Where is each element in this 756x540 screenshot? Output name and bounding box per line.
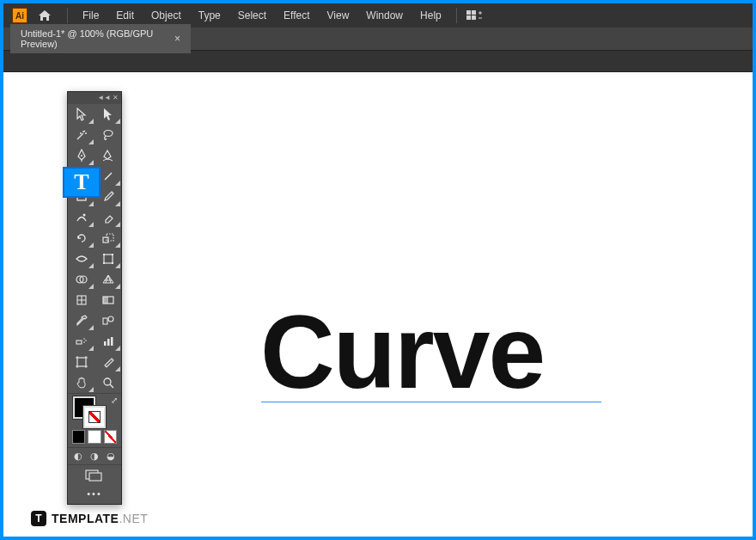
fill-stroke-control[interactable]: ⤢ (68, 394, 121, 428)
close-tab-button[interactable]: × (174, 34, 180, 44)
menu-effect[interactable]: Effect (276, 6, 317, 25)
draw-normal-icon[interactable]: ◐ (74, 451, 82, 462)
color-mode-row (68, 428, 121, 447)
document-tab-title: Untitled-1* @ 100% (RGB/GPU Preview) (21, 28, 166, 49)
slice-icon (101, 355, 115, 369)
svg-rect-1 (472, 10, 476, 15)
hand-tool[interactable] (68, 372, 94, 393)
tool-grid: ⤢ ◐ ◑ ◒ ••• (68, 104, 121, 504)
gradient-tool[interactable] (94, 290, 121, 310)
artboard-tool[interactable] (68, 352, 94, 372)
blend-tool[interactable] (94, 310, 121, 331)
svg-rect-34 (89, 473, 101, 481)
eraser-tool[interactable] (94, 207, 121, 228)
screen-mode-icon (85, 469, 104, 482)
color-mode-none[interactable] (104, 430, 117, 444)
curvature-tool[interactable] (94, 145, 121, 166)
menu-separator (67, 8, 68, 23)
perspective-grid-tool[interactable] (94, 269, 121, 290)
svg-point-26 (83, 341, 85, 343)
shaper-tool[interactable] (68, 207, 94, 228)
screen-mode-button[interactable] (68, 465, 121, 485)
width-icon (75, 252, 88, 266)
svg-rect-0 (466, 10, 471, 15)
gradient-icon (101, 293, 115, 307)
free-transform-icon (101, 252, 115, 266)
svg-rect-28 (107, 339, 110, 346)
zoom-tool[interactable] (94, 372, 121, 393)
watermark-tld: .NET (119, 512, 148, 525)
free-transform-tool[interactable] (94, 249, 121, 269)
stroke-swatch[interactable] (83, 406, 106, 428)
color-mode-solid[interactable] (72, 430, 85, 444)
svg-line-6 (105, 173, 112, 180)
tools-panel-header[interactable]: ◄◄ ✕ (68, 92, 121, 104)
svg-rect-12 (103, 254, 105, 255)
menu-help[interactable]: Help (412, 6, 449, 25)
menu-object[interactable]: Object (143, 6, 189, 25)
collapse-icon[interactable]: ◄◄ (97, 95, 111, 101)
artboard-icon (75, 355, 88, 369)
arrange-documents-button[interactable] (464, 7, 486, 24)
mesh-tool[interactable] (68, 290, 94, 310)
symbol-sprayer-tool[interactable] (68, 331, 94, 352)
svg-rect-11 (104, 255, 113, 263)
eyedropper-icon (75, 314, 88, 328)
graph-icon (101, 334, 115, 348)
watermark-brand: TEMPLATE (52, 512, 119, 525)
rotate-tool[interactable] (68, 228, 94, 249)
line-icon (102, 170, 114, 182)
edit-toolbar-button[interactable]: ••• (68, 485, 121, 504)
eyedropper-tool[interactable] (68, 310, 94, 331)
rotate-icon (75, 231, 88, 245)
menu-select[interactable]: Select (230, 6, 274, 25)
menu-edit[interactable]: Edit (108, 6, 142, 25)
svg-rect-21 (103, 318, 107, 324)
home-button[interactable] (36, 7, 53, 24)
svg-line-32 (110, 384, 113, 388)
magic-wand-icon (75, 128, 88, 142)
shape-builder-tool[interactable] (68, 269, 94, 290)
slice-tool[interactable] (94, 352, 121, 372)
direct-selection-tool[interactable] (94, 104, 121, 125)
svg-rect-13 (112, 254, 113, 255)
svg-rect-3 (472, 15, 476, 20)
scale-tool[interactable] (94, 228, 121, 249)
svg-point-22 (108, 316, 113, 322)
type-tool-highlight[interactable]: T (63, 167, 101, 198)
width-tool[interactable] (68, 249, 94, 269)
svg-point-24 (83, 338, 85, 340)
draw-inside-icon[interactable]: ◒ (107, 451, 115, 462)
draw-behind-icon[interactable]: ◑ (90, 451, 99, 462)
canvas-text-object[interactable]: Curve (260, 292, 544, 411)
scale-icon (101, 231, 115, 245)
lasso-tool[interactable] (94, 125, 121, 145)
pen-tool[interactable] (68, 145, 94, 166)
menu-window[interactable]: Window (358, 6, 411, 25)
svg-point-4 (104, 131, 113, 137)
svg-rect-30 (77, 358, 86, 366)
selection-tool[interactable] (68, 104, 94, 125)
magic-wand-tool[interactable] (68, 125, 94, 145)
selection-icon (76, 107, 88, 121)
svg-rect-14 (103, 262, 105, 264)
app-icon[interactable]: Ai (12, 8, 27, 23)
svg-point-5 (81, 155, 82, 156)
type-tool-icon: T (74, 169, 88, 195)
swap-fill-stroke-icon[interactable]: ⤢ (111, 396, 118, 405)
paintbrush-icon (101, 190, 115, 204)
menu-type[interactable]: Type (191, 6, 229, 25)
svg-point-8 (82, 214, 85, 217)
watermark: T TEMPLATE.NET (31, 511, 148, 526)
menu-file[interactable]: File (75, 6, 107, 25)
color-mode-gradient[interactable] (88, 430, 101, 444)
lasso-icon (101, 128, 115, 142)
menu-view[interactable]: View (320, 6, 357, 25)
column-graph-tool[interactable] (94, 331, 121, 352)
perspective-grid-icon (101, 273, 115, 286)
home-icon (38, 9, 52, 21)
document-tab[interactable]: Untitled-1* @ 100% (RGB/GPU Preview) × (10, 24, 191, 53)
mesh-icon (75, 293, 88, 307)
hand-icon (75, 376, 88, 390)
close-panel-icon[interactable]: ✕ (113, 95, 119, 101)
